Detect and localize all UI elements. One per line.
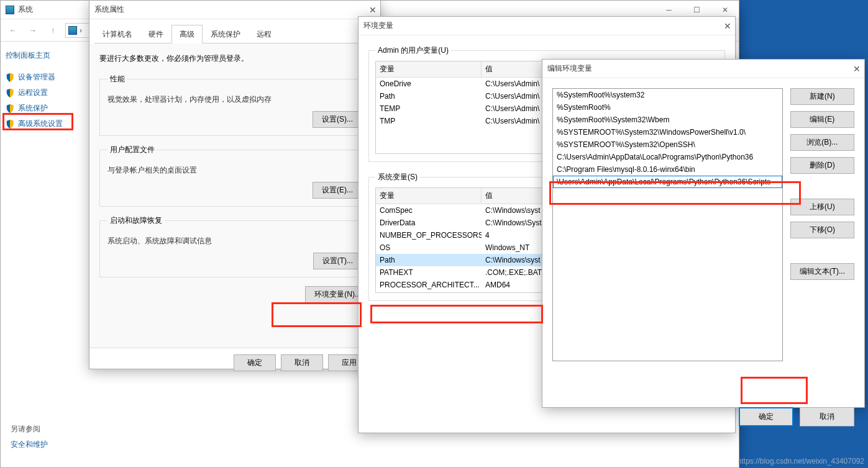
sidebar: 控制面板主页 设备管理器远程设置系统保护高级系统设置 — [1, 42, 88, 467]
move-down-button[interactable]: 下移(O) — [790, 222, 854, 238]
up-button[interactable]: ↑ — [45, 23, 60, 38]
performance-legend: 性能 — [107, 74, 127, 84]
sidebar-item[interactable]: 系统保护 — [6, 101, 83, 116]
sidebar-header[interactable]: 控制面板主页 — [6, 50, 83, 61]
props-ok-button[interactable]: 确定 — [234, 354, 276, 371]
cell-variable: OneDrive — [376, 78, 482, 90]
edit-ok-button[interactable]: 确定 — [739, 407, 793, 426]
col-variable[interactable]: 变量 — [376, 61, 482, 77]
cell-variable: ComSpec — [376, 204, 482, 217]
profile-group: 用户配置文件 与登录帐户相关的桌面设置 设置(E)... — [99, 145, 370, 207]
cell-variable: TMP — [376, 115, 482, 127]
performance-group: 性能 视觉效果，处理器计划，内存使用，以及虚拟内存 设置(S)... — [99, 74, 370, 136]
sidebar-item[interactable]: 远程设置 — [6, 85, 83, 101]
profile-desc: 与登录帐户相关的桌面设置 — [107, 165, 362, 176]
user-vars-legend: Admin 的用户变量(U) — [375, 45, 451, 56]
edit-cancel-button[interactable]: 取消 — [800, 407, 854, 426]
performance-settings-button[interactable]: 设置(S)... — [313, 111, 362, 128]
cell-variable: PROCESSOR_ARCHITECT... — [376, 279, 482, 291]
forward-button[interactable]: → — [25, 23, 40, 38]
path-item[interactable]: %SYSTEMROOT%\System32\OpenSSH\ — [553, 138, 782, 151]
sidebar-item-label: 高级系统设置 — [18, 119, 63, 129]
edit-title: 编辑环境变量 — [547, 63, 592, 74]
edit-close-button[interactable]: ✕ — [849, 61, 864, 76]
props-intro: 要进行大多数更改，你必须作为管理员登录。 — [99, 53, 370, 64]
profile-settings-button[interactable]: 设置(E)... — [313, 182, 362, 199]
startup-group: 启动和故障恢复 系统启动、系统故障和调试信息 设置(T)... — [99, 215, 370, 277]
breadcrumb-icon — [68, 26, 77, 35]
cell-variable: PATHEXT — [376, 266, 482, 279]
path-item[interactable]: \Users\Admin\AppData\Local\Programs\Pyth… — [553, 176, 782, 188]
sidebar-item[interactable]: 设备管理器 — [6, 70, 83, 85]
path-list[interactable]: %SystemRoot%\system32%SystemRoot%%System… — [552, 88, 783, 361]
path-item[interactable]: C:\Program Files\mysql-8.0.16-winx64\bin — [553, 163, 782, 176]
browse-button[interactable]: 浏览(B)... — [790, 134, 854, 151]
sidebar-item-label: 设备管理器 — [18, 72, 55, 83]
props-titlebar: 系统属性 ✕ — [89, 1, 380, 19]
path-item[interactable]: %SystemRoot% — [553, 101, 782, 114]
path-item[interactable]: C:\Users\Admin\AppData\Local\Programs\Py… — [553, 151, 782, 163]
props-cancel-button[interactable]: 取消 — [281, 354, 323, 371]
tab[interactable]: 系统保护 — [203, 25, 249, 43]
system-properties-dialog: 系统属性 ✕ 计算机名硬件高级系统保护远程 要进行大多数更改，你必须作为管理员登… — [89, 0, 381, 369]
see-also-header: 另请参阅 — [11, 421, 48, 437]
system-title: 系统 — [18, 4, 33, 15]
cell-variable: TEMP — [376, 102, 482, 115]
system-icon — [6, 6, 14, 14]
tab[interactable]: 计算机名 — [94, 25, 140, 43]
profile-legend: 用户配置文件 — [107, 145, 157, 155]
back-button[interactable]: ← — [6, 23, 21, 38]
sidebar-footer: 另请参阅 安全和维护 — [6, 416, 53, 457]
edit-titlebar: 编辑环境变量 ✕ — [542, 60, 864, 78]
path-item[interactable]: %SYSTEMROOT%\System32\WindowsPowerShell\… — [553, 126, 782, 138]
path-item[interactable]: %SystemRoot%\System32\Wbem — [553, 114, 782, 126]
performance-desc: 视觉效果，处理器计划，内存使用，以及虚拟内存 — [107, 94, 362, 105]
props-content: 要进行大多数更改，你必须作为管理员登录。 性能 视觉效果，处理器计划，内存使用，… — [89, 43, 380, 348]
props-close-button[interactable]: ✕ — [365, 2, 380, 17]
tab[interactable]: 硬件 — [140, 25, 171, 43]
cell-variable: NUMBER_OF_PROCESSORS — [376, 229, 482, 241]
startup-settings-button[interactable]: 设置(T)... — [313, 253, 362, 269]
startup-desc: 系统启动、系统故障和调试信息 — [107, 236, 362, 246]
sidebar-item-label: 系统保护 — [18, 103, 48, 114]
sys-vars-legend: 系统变量(S) — [375, 172, 420, 182]
path-item[interactable]: %SystemRoot%\system32 — [553, 89, 782, 101]
startup-legend: 启动和故障恢复 — [107, 215, 165, 226]
props-title: 系统属性 — [94, 4, 124, 15]
cell-variable: Path — [376, 90, 482, 102]
cell-variable: OS — [376, 241, 482, 254]
edit-button[interactable]: 编辑(E) — [790, 111, 854, 128]
tab[interactable]: 高级 — [171, 25, 203, 43]
sidebar-item-label: 远程设置 — [18, 88, 48, 98]
edit-env-var-dialog: 编辑环境变量 ✕ %SystemRoot%\system32%SystemRoo… — [542, 59, 865, 408]
see-also-link[interactable]: 安全和维护 — [11, 437, 48, 452]
sidebar-item[interactable]: 高级系统设置 — [6, 116, 83, 132]
env-title: 环境变量 — [363, 20, 393, 31]
tab[interactable]: 远程 — [249, 25, 280, 43]
edit-text-button[interactable]: 编辑文本(T)... — [790, 263, 854, 280]
env-close-button[interactable]: ✕ — [720, 19, 735, 34]
col-variable[interactable]: 变量 — [376, 188, 482, 204]
cell-variable: DriverData — [376, 217, 482, 229]
cell-variable: Path — [376, 254, 482, 266]
move-up-button[interactable]: 上移(U) — [790, 199, 854, 215]
new-button[interactable]: 新建(N) — [790, 88, 854, 105]
delete-button[interactable]: 删除(D) — [790, 157, 854, 174]
env-titlebar: 环境变量 ✕ — [359, 17, 735, 35]
watermark: https://blog.csdn.net/weixin_43407092 — [738, 457, 864, 466]
props-tabs: 计算机名硬件高级系统保护远程 — [94, 24, 375, 43]
